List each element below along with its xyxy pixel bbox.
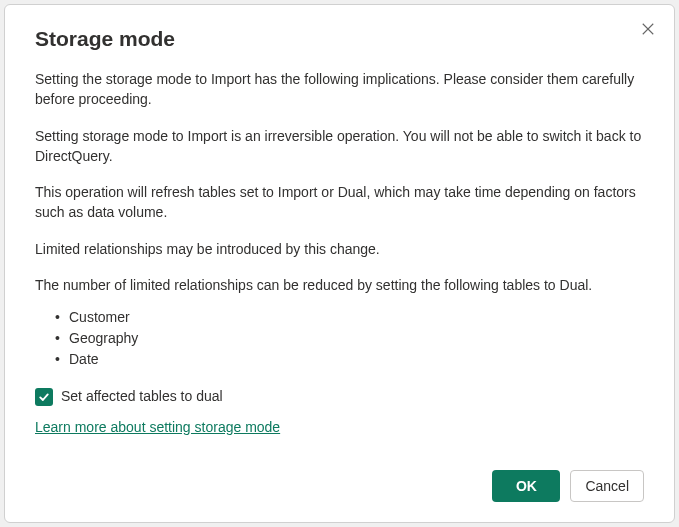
list-item: Date — [55, 349, 644, 370]
paragraph-intro: Setting the storage mode to Import has t… — [35, 69, 644, 110]
dialog-body: Setting the storage mode to Import has t… — [35, 69, 644, 450]
set-dual-checkbox-row: Set affected tables to dual — [35, 386, 644, 406]
paragraph-irreversible: Setting storage mode to Import is an irr… — [35, 126, 644, 167]
close-button[interactable] — [638, 19, 658, 39]
ok-button[interactable]: OK — [492, 470, 560, 502]
dialog-title: Storage mode — [35, 27, 644, 51]
dual-tables-list: Customer Geography Date — [55, 307, 644, 370]
learn-more-link[interactable]: Learn more about setting storage mode — [35, 419, 280, 435]
storage-mode-dialog: Storage mode Setting the storage mode to… — [4, 4, 675, 523]
paragraph-limited-rel: Limited relationships may be introduced … — [35, 239, 644, 259]
paragraph-refresh: This operation will refresh tables set t… — [35, 182, 644, 223]
cancel-button[interactable]: Cancel — [570, 470, 644, 502]
set-dual-checkbox-label: Set affected tables to dual — [61, 386, 223, 406]
list-item: Customer — [55, 307, 644, 328]
paragraph-dual-suggest: The number of limited relationships can … — [35, 275, 644, 295]
list-item: Geography — [55, 328, 644, 349]
checkmark-icon — [38, 391, 50, 403]
close-icon — [641, 22, 655, 36]
dialog-footer: OK Cancel — [35, 470, 644, 502]
set-dual-checkbox[interactable] — [35, 388, 53, 406]
